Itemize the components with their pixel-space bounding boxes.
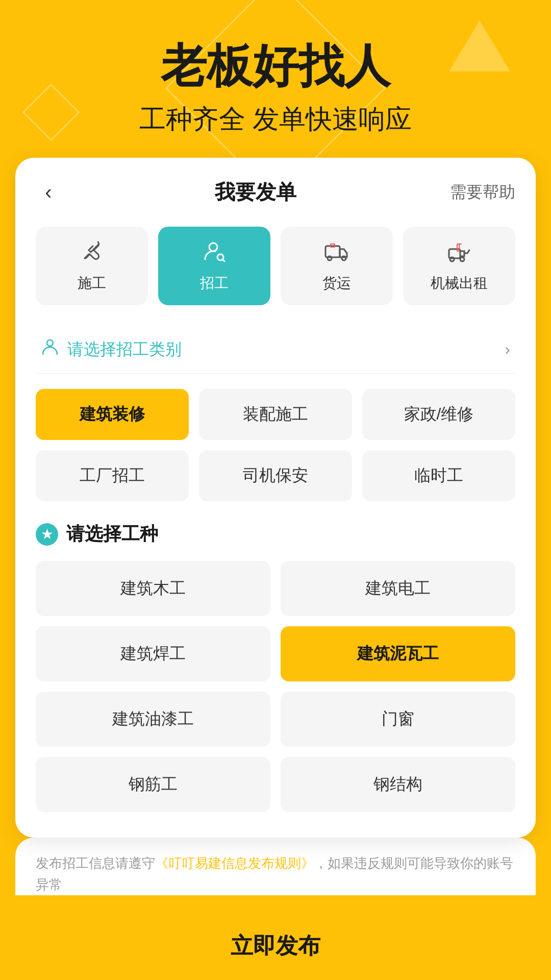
work-chip-welder[interactable]: 建筑焊工: [36, 626, 270, 681]
svg-rect-2: [325, 246, 340, 257]
tab-machinery[interactable]: 机械出租: [403, 227, 515, 305]
svg-point-0: [209, 243, 217, 251]
bottom-bar: 立即发布: [0, 911, 551, 980]
truck-icon: [324, 239, 349, 268]
publish-button[interactable]: 立即发布: [20, 931, 531, 961]
chip-driver[interactable]: 司机保安: [199, 450, 352, 501]
tab-row: 施工 招工: [36, 227, 515, 305]
person-icon: [41, 338, 59, 361]
work-chip-mason[interactable]: 建筑泥瓦工: [281, 626, 515, 681]
tab-freight[interactable]: 货运: [281, 227, 393, 305]
person-search-icon: [202, 239, 227, 268]
disclaimer-link[interactable]: 《叮叮易建信息发布规则》: [155, 855, 314, 871]
tab-construction[interactable]: 施工: [36, 227, 148, 305]
chip-temp[interactable]: 临时工: [362, 450, 515, 501]
tab-construction-label: 施工: [78, 274, 106, 293]
main-card: ‹ 我要发单 需要帮助 施工 招工: [15, 158, 536, 838]
tab-machinery-label: 机械出租: [431, 274, 488, 293]
chip-assembly[interactable]: 装配施工: [199, 389, 352, 440]
work-chip-rebar[interactable]: 钢筋工: [36, 757, 270, 812]
svg-point-3: [328, 256, 332, 260]
tab-freight-label: 货运: [322, 274, 351, 293]
disclaimer-section: 发布招工信息请遵守《叮叮易建信息发布规则》，如果违反规则可能导致你的账号异常: [15, 838, 536, 895]
work-chip-electrician[interactable]: 建筑电工: [281, 561, 515, 616]
help-button[interactable]: 需要帮助: [450, 181, 515, 204]
category-selector[interactable]: 请选择招工类别 ›: [36, 326, 515, 374]
chip-factory[interactable]: 工厂招工: [36, 450, 189, 501]
svg-point-7: [450, 257, 454, 261]
svg-point-8: [460, 257, 464, 261]
work-chip-painter[interactable]: 建筑油漆工: [36, 692, 270, 747]
work-chip-steel[interactable]: 钢结构: [281, 757, 515, 812]
work-chip-carpenter[interactable]: 建筑木工: [36, 561, 270, 616]
back-button[interactable]: ‹: [36, 181, 61, 204]
tab-recruit[interactable]: 招工: [158, 227, 270, 305]
work-type-grid: 建筑木工 建筑电工 建筑焊工 建筑泥瓦工 建筑油漆工 门窗 钢筋工 钢结构: [36, 561, 515, 812]
card-header: ‹ 我要发单 需要帮助: [36, 178, 515, 206]
hero-section: 老板好找人 工种齐全 发单快速响应: [0, 0, 551, 137]
work-chip-window[interactable]: 门窗: [281, 692, 515, 747]
category-selector-text: 请选择招工类别: [67, 338, 182, 361]
hero-subtitle: 工种齐全 发单快速响应: [20, 102, 531, 137]
chip-housekeeping[interactable]: 家政/维修: [362, 389, 515, 440]
work-type-title: 请选择工种: [66, 522, 158, 547]
star-icon: ★: [36, 523, 58, 546]
hero-title: 老板好找人: [20, 41, 531, 91]
tab-recruit-label: 招工: [200, 274, 229, 293]
svg-point-10: [47, 340, 53, 346]
svg-rect-9: [457, 244, 459, 251]
work-type-header: ★ 请选择工种: [36, 522, 515, 547]
svg-point-4: [342, 256, 346, 260]
card-title: 我要发单: [215, 178, 296, 206]
category-chips-grid: 建筑装修 装配施工 家政/维修 工厂招工 司机保安 临时工: [36, 389, 515, 501]
chip-building[interactable]: 建筑装修: [36, 389, 189, 440]
disclaimer-text: 发布招工信息请遵守《叮叮易建信息发布规则》，如果违反规则可能导致你的账号异常: [36, 853, 515, 895]
wrench-icon: [80, 239, 104, 268]
forklift-icon: [447, 239, 471, 268]
chevron-right-icon: ›: [505, 340, 510, 359]
disclaimer-before: 发布招工信息请遵守: [36, 855, 155, 871]
category-selector-left: 请选择招工类别: [41, 338, 182, 361]
